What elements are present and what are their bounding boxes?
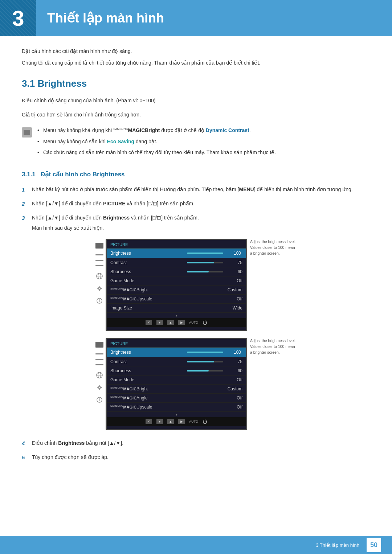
step-num-5: 5 xyxy=(22,453,28,462)
btn-up-2: ▲ xyxy=(167,419,174,424)
menu-bottom-bar-2: ✕ ▼ ▲ ▶ AUTO ⏻ xyxy=(107,417,246,426)
menu-row-imagesize-1: Image Size Wide xyxy=(107,304,246,313)
note-box: Menu này không khả dụng khi SAMSUNGMAGIC… xyxy=(22,126,370,159)
chapter-title-area: Thiết lập màn hình xyxy=(36,0,175,36)
subsection-title: Đặt cấu hình cho Brightness xyxy=(41,171,125,178)
step-content-2: Nhấn [▲/▼] để di chuyển đến PICTURE và n… xyxy=(32,200,370,208)
menu-row-magicangle-2: SAMSUNGMAGICAngle Off xyxy=(107,394,246,403)
note-icon xyxy=(22,127,32,138)
svg-text:i: i xyxy=(99,398,100,402)
section-heading: 3.1 Brightness xyxy=(22,78,370,89)
icon-info-2: i xyxy=(95,396,103,404)
step-5: 5 Tùy chọn được chọn sẽ được áp. xyxy=(22,453,370,462)
brightness-bar-2 xyxy=(187,352,223,353)
menu-row-gamemode-2: Game Mode Off xyxy=(107,376,246,385)
menu-arrow-down-2: ▾ xyxy=(107,412,246,417)
menu-row-contrast-2: Contrast 75 xyxy=(107,357,246,366)
btn-enter-1: ▶ xyxy=(178,320,185,325)
intro-line1: Đặt cấu hình các cài đặt màn hình như độ… xyxy=(22,47,370,55)
chapter-title: Thiết lập màn hình xyxy=(47,11,164,26)
menu-header-1: PICTURE xyxy=(107,240,246,249)
page-header: 3 Thiết lập màn hình xyxy=(0,0,392,36)
monitor-screen-1: PICTURE Brightness 100 Contrast xyxy=(106,239,247,331)
icon-lines2 xyxy=(95,260,103,261)
section-num: 3.1 xyxy=(22,78,35,89)
btn-power-2: ⏻ xyxy=(203,419,207,424)
btn-auto-1: AUTO xyxy=(189,320,198,325)
icon-lines3 xyxy=(95,265,103,266)
main-content: Đặt cấu hình các cài đặt màn hình như độ… xyxy=(0,36,392,496)
sharpness-bar-1 xyxy=(187,271,223,272)
steps-list-2: 4 Điều chỉnh Brightness bằng nút [▲/▼]. … xyxy=(22,439,370,462)
note-icon-inner xyxy=(24,130,30,135)
menu-row-magicbright-2: SAMSUNGMAGICBright Custom xyxy=(107,385,246,394)
note-item-2: Menu này không có sẵn khi Eco Saving đan… xyxy=(37,138,276,145)
subsection-heading: 3.1.1 Đặt cấu hình cho Brightness xyxy=(22,171,370,178)
desc2: Giá trị cao hơn sẽ làm cho hình ảnh trôn… xyxy=(22,111,370,119)
intro-line2: Chúng tôi đã cung cấp mô tả chi tiết của… xyxy=(22,59,370,67)
monitor-left-icons-1: i xyxy=(95,243,103,305)
btn-auto-2: AUTO xyxy=(189,419,198,424)
icon-lines xyxy=(95,254,103,255)
monitor-left-icons-2: i xyxy=(95,342,103,404)
menu-row-sharpness-1: Sharpness 60 xyxy=(107,267,246,276)
icon-lines-2c xyxy=(95,364,103,365)
icon-globe xyxy=(95,272,103,280)
menu-row-gamemode-1: Game Mode Off xyxy=(107,276,246,286)
note-list: Menu này không khả dụng khi SAMSUNGMAGIC… xyxy=(37,126,276,159)
desc1: Điều chỉnh độ sáng chung của hình ảnh. (… xyxy=(22,97,370,105)
icon-gear-2 xyxy=(95,383,103,391)
btn-down-1: ▼ xyxy=(156,320,163,325)
steps-list: 1 Nhấn bất kỳ nút nào ở phía trước sản p… xyxy=(22,185,370,232)
screen-wrapper-1: i PICTURE Brightness 100 Con xyxy=(95,239,297,331)
icon-menu xyxy=(95,243,103,249)
svg-point-9 xyxy=(98,386,101,389)
monitor-screen-2: PICTURE Brightness 100 Contrast xyxy=(106,338,247,430)
step-num-2: 2 xyxy=(22,200,28,208)
contrast-bar-2 xyxy=(187,361,223,362)
icon-menu-2 xyxy=(95,342,103,348)
step-1: 1 Nhấn bất kỳ nút nào ở phía trước sản p… xyxy=(22,185,370,194)
icon-globe-2 xyxy=(95,371,103,379)
menu-row-brightness-2: Brightness 100 xyxy=(107,348,246,357)
step-num-4: 4 xyxy=(22,439,28,448)
screen-wrapper-2: i PICTURE Brightness 100 Con xyxy=(95,338,297,430)
btn-x-2: ✕ xyxy=(146,419,152,424)
footer-page: 50 xyxy=(367,538,381,552)
note-item-3: Các chức năng có sẵn trên màn hình có th… xyxy=(37,148,276,156)
icon-info: i xyxy=(95,297,103,305)
btn-enter-2: ▶ xyxy=(178,419,185,424)
note-item-1: Menu này không khả dụng khi SAMSUNGMAGIC… xyxy=(37,126,276,134)
step-content-1: Nhấn bất kỳ nút nào ở phía trước sản phẩ… xyxy=(32,185,370,194)
screen-images: i PICTURE Brightness 100 Con xyxy=(22,239,370,430)
btn-x-1: ✕ xyxy=(146,320,152,325)
menu-row-contrast-1: Contrast 75 xyxy=(107,258,246,267)
btn-down-2: ▼ xyxy=(156,419,163,424)
sharpness-bar-2 xyxy=(187,370,223,372)
screen-note-1: Adjust the brightness level. Values clos… xyxy=(250,239,297,256)
menu-row-brightness-1: Brightness 100 xyxy=(107,249,246,258)
step-3: 3 Nhấn [▲/▼] để di chuyển đến Brightness… xyxy=(22,214,370,232)
screen-note-2: Adjust the brightness level. Values clos… xyxy=(250,338,297,355)
menu-header-2: PICTURE xyxy=(107,339,246,348)
step-num-3: 3 xyxy=(22,214,28,232)
contrast-bar-1 xyxy=(187,262,223,263)
step-content-4: Điều chỉnh Brightness bằng nút [▲/▼]. xyxy=(32,439,370,448)
subsection-num: 3.1.1 xyxy=(22,171,36,178)
step-2: 2 Nhấn [▲/▼] để di chuyển đến PICTURE và… xyxy=(22,200,370,208)
menu-row-magicupscale-1: SAMSUNGMAGICUpscale Off xyxy=(107,295,246,304)
icon-lines-2a xyxy=(95,353,103,354)
chapter-number: 3 xyxy=(0,0,36,36)
section-title: Brightness xyxy=(37,78,87,89)
menu-row-sharpness-2: Sharpness 60 xyxy=(107,366,246,376)
btn-up-1: ▲ xyxy=(167,320,174,325)
icon-lines-2b xyxy=(95,359,103,360)
menu-bottom-bar-1: ✕ ▼ ▲ ▶ AUTO ⏻ xyxy=(107,318,246,327)
svg-point-3 xyxy=(98,287,101,290)
page-footer: 3 Thiết lập màn hình 50 xyxy=(0,536,392,554)
menu-row-magicupscale-2: SAMSUNGMAGICUpscale Off xyxy=(107,403,246,412)
icon-gear xyxy=(95,284,103,292)
menu-arrow-down-1: ▾ xyxy=(107,313,246,318)
footer-text: 3 Thiết lập màn hình xyxy=(316,542,359,548)
step-num-1: 1 xyxy=(22,185,28,194)
